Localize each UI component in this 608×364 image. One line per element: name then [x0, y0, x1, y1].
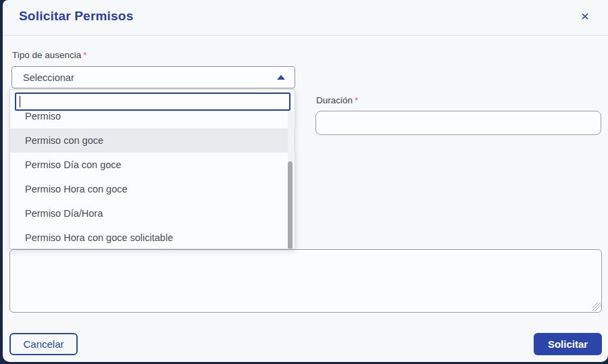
comments-textarea[interactable]: [9, 249, 602, 313]
duracion-field[interactable]: [315, 111, 601, 135]
cancel-button[interactable]: Cancelar: [9, 333, 78, 355]
duracion-label-text: Duración: [316, 95, 353, 105]
header-divider: [3, 35, 608, 36]
dropdown-option-permiso-hora-con-goce[interactable]: Permiso Hora con goce: [10, 177, 295, 201]
select-value: Seleccionar: [23, 72, 277, 83]
tipo-de-ausencia-dropdown: Permiso Permiso con goce Permiso Día con…: [9, 89, 295, 249]
modal-header: Solicitar Permisos ×: [3, 0, 608, 35]
required-asterisk: *: [83, 50, 86, 60]
dropdown-option-permiso-dia-hora[interactable]: Permiso Día/Hora: [10, 201, 295, 226]
dropdown-option-permiso-hora-con-goce-solicitable[interactable]: Permiso Hora con goce solicitable: [10, 226, 295, 249]
tipo-de-ausencia-label-text: Tipo de ausencia: [12, 50, 81, 60]
dropdown-option-list: Permiso Permiso con goce Permiso Día con…: [10, 111, 295, 249]
text-cursor: [20, 96, 20, 107]
page-backdrop: Solicitar Permisos × Tipo de ausencia* S…: [0, 0, 608, 364]
required-asterisk: *: [355, 95, 358, 105]
duracion-label: Duración*: [316, 95, 358, 105]
dropdown-option-permiso[interactable]: Permiso: [10, 111, 295, 128]
dropdown-search-input[interactable]: [15, 93, 290, 111]
dropdown-scrollbar-thumb[interactable]: [288, 161, 293, 249]
dropdown-option-permiso-con-goce[interactable]: Permiso con goce: [10, 128, 295, 153]
tipo-de-ausencia-select[interactable]: Seleccionar: [11, 66, 295, 88]
tipo-de-ausencia-label: Tipo de ausencia*: [12, 50, 87, 60]
solicitar-permisos-modal: Solicitar Permisos × Tipo de ausencia* S…: [3, 0, 608, 362]
solicitar-button[interactable]: Solicitar: [534, 333, 602, 355]
dropdown-option-permiso-dia-con-goce[interactable]: Permiso Día con goce: [10, 153, 295, 177]
modal-title: Solicitar Permisos: [19, 9, 133, 24]
dropdown-scrollbar-track[interactable]: [288, 111, 294, 248]
close-icon[interactable]: ×: [576, 7, 594, 26]
chevron-up-icon: [277, 75, 285, 80]
